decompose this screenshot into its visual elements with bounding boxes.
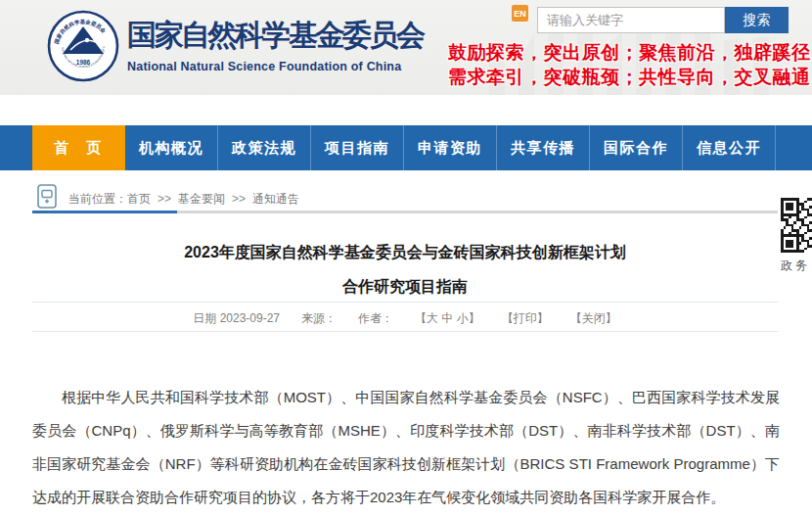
article-title-line-2: 合作研究项目指南 xyxy=(32,269,778,304)
breadcrumb-link-news[interactable]: 基金要闻 xyxy=(178,192,225,206)
qr-code xyxy=(781,198,812,253)
article-author-label: 作者： xyxy=(358,310,393,327)
nav-item-sharing[interactable]: 共享传播 xyxy=(497,125,590,170)
nav-item-home[interactable]: 首 页 xyxy=(32,125,125,170)
meta-divider-bottom xyxy=(32,331,778,332)
svg-text:1986: 1986 xyxy=(76,59,91,66)
breadcrumb-prefix: 当前位置： xyxy=(68,192,127,206)
search-button[interactable]: 搜索 xyxy=(725,7,789,33)
nsfc-seal-logo: 国家自然科学基金委员会 National Natural Science Fou… xyxy=(47,10,119,82)
page: 国家自然科学基金委员会 National Natural Science Fou… xyxy=(0,0,812,517)
brand-title-cn: 国家自然科学基金委员会 xyxy=(127,16,424,56)
section-divider xyxy=(32,211,778,213)
nav-item-apply-funding[interactable]: 申请资助 xyxy=(404,125,497,170)
site-header: 国家自然科学基金委员会 National Natural Science Fou… xyxy=(0,0,812,95)
article-title-line-1: 2023年度国家自然科学基金委员会与金砖国家科技创新框架计划 xyxy=(32,235,778,269)
brand-title-en: National Natural Science Foundation of C… xyxy=(127,60,424,73)
brand-block: 国家自然科学基金委员会 National Natural Science Fou… xyxy=(127,16,424,73)
meta-divider-top xyxy=(32,302,778,303)
breadcrumb-separator: >> xyxy=(232,192,246,206)
nav-item-project-guide[interactable]: 项目指南 xyxy=(311,125,404,170)
en-language-button[interactable]: EN xyxy=(512,5,528,22)
search-input[interactable] xyxy=(537,7,725,33)
slogan: 鼓励探索，突出原创；聚焦前沿，独辟蹊径； 需求牵引，突破瓶颈；共性导向，交叉融通… xyxy=(448,40,805,89)
font-size-control[interactable]: 【大 中 小】 xyxy=(415,310,480,327)
slogan-line-1: 鼓励探索，突出原创；聚焦前沿，独辟蹊径； xyxy=(448,40,805,65)
nav-item-organization[interactable]: 机构概况 xyxy=(125,125,218,170)
document-icon xyxy=(37,184,57,209)
article-meta: 日期 2023-09-27 来源： 作者： 【大 中 小】 【打印】 【关闭】 xyxy=(32,307,778,329)
close-button[interactable]: 【关闭】 xyxy=(570,310,617,327)
breadcrumb-link-home[interactable]: 首页 xyxy=(127,192,151,206)
qr-caption: 政务 xyxy=(781,258,812,274)
nav-item-policies[interactable]: 政策法规 xyxy=(218,125,311,170)
nav-item-info-disclosure[interactable]: 信息公开 xyxy=(683,125,776,170)
article-title: 2023年度国家自然科学基金委员会与金砖国家科技创新框架计划 合作研究项目指南 xyxy=(32,235,778,304)
breadcrumb-link-notices[interactable]: 通知通告 xyxy=(252,192,299,206)
nav-item-intl-cooperation[interactable]: 国际合作 xyxy=(590,125,683,170)
nav-spacer xyxy=(0,125,32,170)
print-button[interactable]: 【打印】 xyxy=(502,310,549,327)
slogan-line-2: 需求牵引，突破瓶颈；共性导向，交叉融通。 xyxy=(448,65,805,89)
section-divider-accent xyxy=(32,211,177,213)
breadcrumb: 当前位置：首页>>基金要闻>>通知通告 xyxy=(68,191,299,208)
article-source-label: 来源： xyxy=(301,310,337,327)
breadcrumb-separator: >> xyxy=(158,192,171,206)
article-date: 日期 2023-09-27 xyxy=(193,310,280,327)
article-paragraph: 根据中华人民共和国科学技术部（MOST）、中国国家自然科学基金委员会（NSFC）… xyxy=(32,381,780,514)
main-nav: 首 页 机构概况 政策法规 项目指南 申请资助 共享传播 国际合作 信息公开 xyxy=(0,125,812,170)
